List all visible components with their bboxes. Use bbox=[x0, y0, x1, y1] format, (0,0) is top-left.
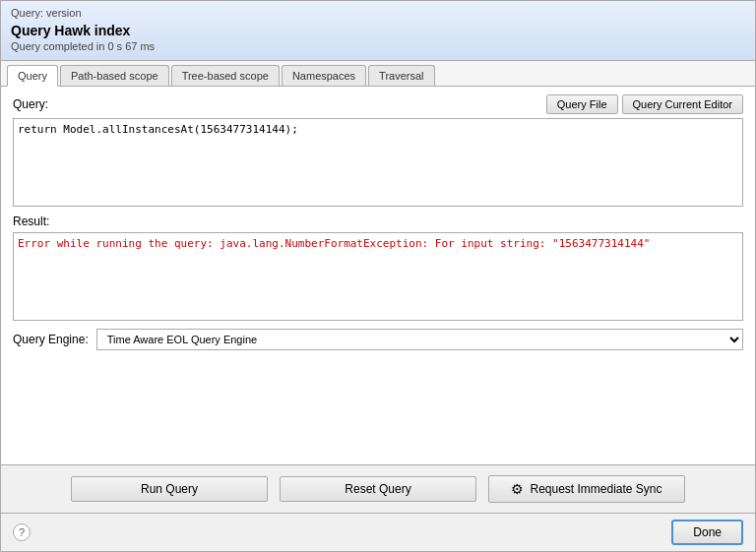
tab-traversal[interactable]: Traversal bbox=[368, 65, 434, 86]
tab-path-scope[interactable]: Path-based scope bbox=[60, 65, 169, 86]
footer: ? Done bbox=[1, 513, 755, 551]
done-button[interactable]: Done bbox=[671, 520, 743, 545]
tab-bar: Query Path-based scope Tree-based scope … bbox=[1, 61, 755, 87]
header: Query: version Query Hawk index Query co… bbox=[1, 1, 755, 61]
reset-query-label: Reset Query bbox=[345, 482, 410, 496]
engine-select[interactable]: Time Aware EOL Query Engine bbox=[96, 329, 743, 350]
result-output: Error while running the query: java.lang… bbox=[13, 232, 743, 321]
tab-tree-scope[interactable]: Tree-based scope bbox=[171, 65, 280, 86]
help-label: ? bbox=[19, 526, 25, 538]
bottom-bar: Run Query Reset Query ⚙ Request Immediat… bbox=[1, 464, 755, 513]
run-query-label: Run Query bbox=[141, 482, 198, 496]
query-input[interactable]: return Model.allInstancesAt(156347731414… bbox=[13, 118, 743, 207]
query-file-button[interactable]: Query File bbox=[546, 94, 618, 114]
query-header-row: Query: Query File Query Current Editor bbox=[13, 94, 743, 114]
engine-row: Query Engine: Time Aware EOL Query Engin… bbox=[13, 329, 743, 350]
reset-query-button[interactable]: Reset Query bbox=[280, 476, 476, 502]
query-buttons: Query File Query Current Editor bbox=[546, 94, 743, 114]
version-label: Query: version bbox=[11, 7, 745, 19]
query-editor-button[interactable]: Query Current Editor bbox=[622, 94, 743, 114]
request-sync-label: Request Immediate Sync bbox=[530, 482, 662, 496]
engine-label: Query Engine: bbox=[13, 333, 89, 346]
result-label: Result: bbox=[13, 215, 743, 228]
tab-query[interactable]: Query bbox=[7, 65, 58, 87]
page-title: Query Hawk index bbox=[11, 23, 745, 38]
status-text: Query completed in 0 s 67 ms bbox=[11, 40, 745, 52]
query-label: Query: bbox=[13, 97, 48, 111]
tab-namespaces[interactable]: Namespaces bbox=[282, 65, 366, 86]
help-button[interactable]: ? bbox=[13, 523, 31, 541]
main-content: Query: Query File Query Current Editor r… bbox=[1, 87, 755, 464]
request-sync-button[interactable]: ⚙ Request Immediate Sync bbox=[488, 475, 685, 503]
run-query-button[interactable]: Run Query bbox=[71, 476, 268, 502]
sync-icon: ⚙ bbox=[511, 481, 524, 497]
